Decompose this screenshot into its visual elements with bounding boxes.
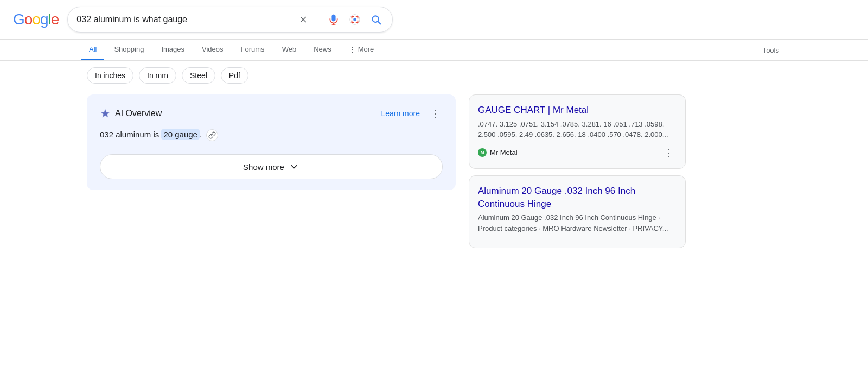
search-icon xyxy=(371,14,381,25)
right-column: GAUGE CHART | Mr Metal .0747. 3.125 .075… xyxy=(469,90,686,255)
ai-text-before: 032 aluminum is xyxy=(100,130,161,139)
google-lens-button[interactable] xyxy=(347,11,363,28)
source-link-icon[interactable] xyxy=(206,129,218,141)
chevron-down-icon xyxy=(289,161,299,172)
ai-overview-header: AI Overview Learn more ⋮ xyxy=(100,105,443,122)
show-more-button[interactable]: Show more xyxy=(100,154,443,179)
ai-more-options-button[interactable]: ⋮ xyxy=(429,105,443,122)
ai-gem-icon xyxy=(100,108,111,119)
google-logo[interactable]: Google xyxy=(13,11,59,28)
voice-search-button[interactable] xyxy=(326,12,341,27)
result-title-2[interactable]: Aluminum 20 Gauge .032 Inch 96 Inch Cont… xyxy=(478,185,676,211)
tab-forums[interactable]: Forums xyxy=(233,40,272,60)
microphone-icon xyxy=(328,14,339,25)
result-title-1[interactable]: GAUGE CHART | Mr Metal xyxy=(478,104,676,117)
more-dots-icon: ⋮ xyxy=(349,45,356,53)
svg-line-3 xyxy=(378,22,381,24)
clear-button[interactable] xyxy=(296,12,310,27)
ai-actions: Learn more ⋮ xyxy=(376,105,443,122)
result-card-2: Aluminum 20 Gauge .032 Inch 96 Inch Cont… xyxy=(469,175,686,249)
header: Google 032 aluminum is what gauge xyxy=(0,0,868,40)
tab-web[interactable]: Web xyxy=(275,40,304,60)
search-input[interactable]: 032 aluminum is what gauge xyxy=(76,15,291,24)
tools-button[interactable]: Tools xyxy=(755,41,787,60)
learn-more-button[interactable]: Learn more xyxy=(376,107,424,120)
svg-point-1 xyxy=(354,18,357,21)
result-source-1: M Mr Metal xyxy=(478,148,518,157)
result-snippet-1: .0747. 3.125 .0751. 3.154 .0785. 3.281. … xyxy=(478,119,676,140)
ai-overview-title: AI Overview xyxy=(115,109,162,118)
result-footer-1: M Mr Metal ⋮ xyxy=(478,146,676,160)
search-bar: 032 aluminum is what gauge xyxy=(67,7,393,33)
ai-overview-text: 032 aluminum is 20 gauge. xyxy=(100,128,443,141)
chip-inches[interactable]: In inches xyxy=(87,67,133,84)
ai-overview: AI Overview Learn more ⋮ 032 aluminum is… xyxy=(87,94,456,190)
ai-text-after: . xyxy=(200,130,202,139)
left-column: AI Overview Learn more ⋮ 032 aluminum is… xyxy=(87,90,456,255)
ai-highlight: 20 gauge xyxy=(161,129,200,140)
tab-shopping[interactable]: Shopping xyxy=(106,40,151,60)
search-button[interactable] xyxy=(368,12,384,27)
tab-all[interactable]: All xyxy=(81,40,104,60)
chip-mm[interactable]: In mm xyxy=(139,67,176,84)
show-more-label: Show more xyxy=(243,162,284,172)
tab-images[interactable]: Images xyxy=(154,40,192,60)
divider xyxy=(318,13,318,26)
tab-more[interactable]: ⋮ More xyxy=(341,40,382,60)
source-favicon-1: M xyxy=(478,148,487,157)
ai-title-group: AI Overview xyxy=(100,108,162,119)
tab-news[interactable]: News xyxy=(306,40,339,60)
result-more-button-1[interactable]: ⋮ xyxy=(660,146,676,160)
x-icon xyxy=(298,15,308,24)
google-lens-icon xyxy=(349,14,361,26)
search-icons xyxy=(296,11,384,28)
chip-steel[interactable]: Steel xyxy=(182,67,215,84)
result-snippet-2: Aluminum 20 Gauge .032 Inch 96 Inch Cont… xyxy=(478,212,676,234)
source-name-1: Mr Metal xyxy=(490,148,518,156)
nav-tabs: All Shopping Images Videos Forums Web Ne… xyxy=(0,40,868,61)
tab-videos[interactable]: Videos xyxy=(194,40,231,60)
result-card-1: GAUGE CHART | Mr Metal .0747. 3.125 .075… xyxy=(469,94,686,169)
main-content: AI Overview Learn more ⋮ 032 aluminum is… xyxy=(0,90,868,255)
filter-chips: In inches In mm Steel Pdf xyxy=(0,61,868,90)
chip-pdf[interactable]: Pdf xyxy=(221,67,248,84)
link-icon-svg xyxy=(208,131,216,139)
